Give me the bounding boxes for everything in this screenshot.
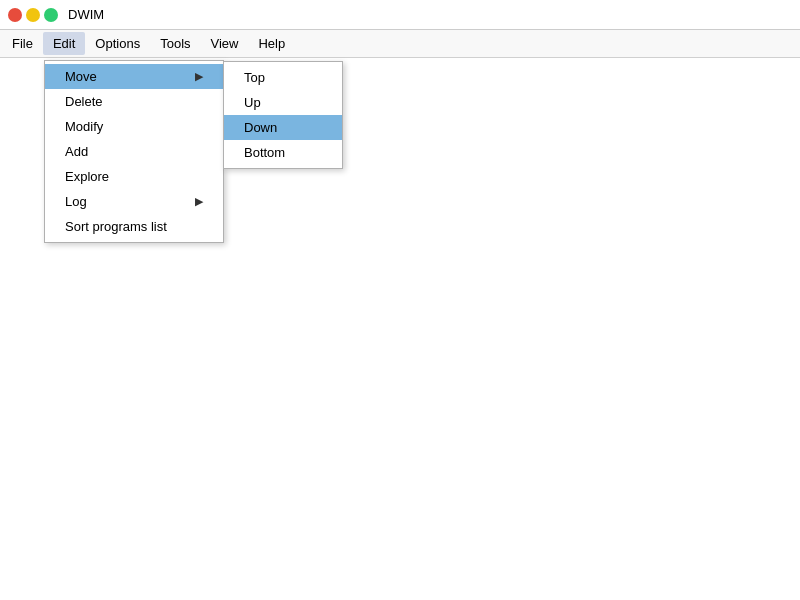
menu-view[interactable]: View [201, 32, 249, 55]
menu-help[interactable]: Help [248, 32, 295, 55]
main-content: Move ▶ Delete Modify Add Explore Log ▶ S… [0, 58, 800, 600]
menu-bar: File Edit Options Tools View Help [0, 30, 800, 58]
move-up[interactable]: Up [224, 90, 342, 115]
move-bottom[interactable]: Bottom [224, 140, 342, 165]
close-button[interactable] [8, 8, 22, 22]
menu-file[interactable]: File [2, 32, 43, 55]
log-submenu-arrow-icon: ▶ [195, 195, 203, 208]
edit-menu-add[interactable]: Add [45, 139, 223, 164]
menu-options[interactable]: Options [85, 32, 150, 55]
edit-menu-sort[interactable]: Sort programs list [45, 214, 223, 239]
edit-menu-move[interactable]: Move ▶ [45, 64, 223, 89]
edit-menu-modify[interactable]: Modify [45, 114, 223, 139]
move-top[interactable]: Top [224, 65, 342, 90]
title-bar: DWIM [0, 0, 800, 30]
maximize-button[interactable] [44, 8, 58, 22]
edit-menu-delete[interactable]: Delete [45, 89, 223, 114]
submenu-arrow-icon: ▶ [195, 70, 203, 83]
edit-menu-explore[interactable]: Explore [45, 164, 223, 189]
app-title: DWIM [68, 7, 104, 22]
window-controls [8, 8, 58, 22]
minimize-button[interactable] [26, 8, 40, 22]
menu-edit[interactable]: Edit [43, 32, 85, 55]
edit-dropdown: Move ▶ Delete Modify Add Explore Log ▶ S… [44, 60, 224, 243]
menu-tools[interactable]: Tools [150, 32, 200, 55]
edit-menu-log[interactable]: Log ▶ [45, 189, 223, 214]
move-submenu: Top Up Down Bottom [223, 61, 343, 169]
move-down[interactable]: Down [224, 115, 342, 140]
